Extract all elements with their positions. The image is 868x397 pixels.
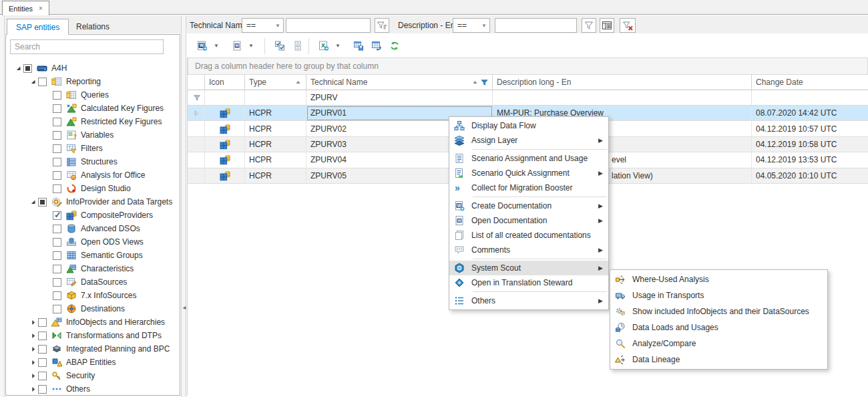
- submenu-item-show-included-infoobjects-and-their-datasources[interactable]: Show included InfoObjects and their Data…: [610, 303, 827, 319]
- dropdown-caret-button[interactable]: ▼: [212, 38, 221, 54]
- column-header-change-date[interactable]: Change Date: [752, 75, 868, 90]
- tree-checkbox[interactable]: [53, 238, 61, 247]
- tree-checkbox[interactable]: [38, 372, 47, 380]
- tree-item-abap-entities[interactable]: ABAP Entities: [6, 356, 180, 369]
- context-menu-item-list-of-all-created-documentations[interactable]: List of all created documentations: [449, 228, 608, 243]
- tree-checkbox[interactable]: [53, 225, 61, 233]
- word-open-button[interactable]: W: [228, 38, 246, 54]
- cell-change-date[interactable]: 04.12.2019 13:53 UTC: [752, 152, 868, 168]
- context-menu-item-display-data-flow[interactable]: Display Data Flow: [449, 118, 608, 133]
- tree-checkbox[interactable]: [53, 104, 61, 113]
- tree-checkbox[interactable]: [38, 332, 47, 340]
- row-indicator[interactable]: [188, 137, 205, 152]
- context-menu-item-collect-for-migration-booster[interactable]: »Collect for Migration Booster: [449, 180, 608, 195]
- row-indicator[interactable]: [188, 106, 205, 121]
- tree-checkbox[interactable]: [38, 345, 47, 354]
- collapse-arrow-icon[interactable]: [29, 331, 38, 340]
- expand-arrow-icon[interactable]: [29, 77, 38, 86]
- filter-cell-change-date[interactable]: [752, 90, 868, 105]
- description-operator-select[interactable]: == ▼: [453, 18, 490, 33]
- context-menu-item-assign-layer[interactable]: Assign Layer▶: [449, 133, 608, 148]
- tree-item-integrated-planning-and-bpc[interactable]: Integrated Planning and BPC: [6, 342, 180, 356]
- tree-item-analysis-for-office[interactable]: Analysis for Office: [6, 168, 180, 182]
- tree-checkbox[interactable]: [53, 184, 61, 193]
- search-input[interactable]: [10, 39, 164, 54]
- collapse-arrow-icon[interactable]: [29, 344, 38, 354]
- tab-relations[interactable]: Relations: [67, 19, 118, 35]
- tree-checkbox[interactable]: [53, 144, 61, 153]
- cell-type[interactable]: HCPR: [245, 168, 306, 184]
- tree-item-advanced-dsos[interactable]: Advanced DSOs: [6, 222, 180, 235]
- deselect-button[interactable]: [289, 38, 306, 54]
- grid-save-button[interactable]: [350, 38, 367, 54]
- filter-cell-technical-name[interactable]: ZPURV: [306, 90, 493, 105]
- dropdown-caret-button[interactable]: ▼: [333, 38, 343, 54]
- refresh-button[interactable]: [386, 38, 403, 54]
- tree-checkbox[interactable]: [53, 118, 61, 126]
- group-by-panel[interactable]: Drag a column header here to group by th…: [188, 57, 868, 75]
- tree-checkbox[interactable]: [23, 64, 32, 73]
- submenu-item-usage-in-transports[interactable]: Usage in Transports: [610, 287, 827, 303]
- grid-restore-button[interactable]: [368, 38, 385, 54]
- context-menu-item-open-in-translation-steward[interactable]: Open in Translation Steward: [449, 275, 608, 290]
- cell-change-date[interactable]: 04.12.2019 10:58 UTC: [752, 137, 868, 152]
- filter-cell-icon[interactable]: [205, 90, 245, 105]
- entities-tab[interactable]: Entities ×: [2, 1, 49, 15]
- technical-name-operator-select[interactable]: == ▼: [242, 18, 284, 33]
- cell-change-date[interactable]: 04.05.2020 10:10 UTC: [752, 168, 868, 184]
- context-menu-item-scenario-quick-assignment[interactable]: Scenario Quick Assignment▶: [449, 166, 608, 180]
- tree-item-others[interactable]: Others: [6, 382, 180, 395]
- row-indicator[interactable]: [188, 168, 205, 184]
- collapse-arrow-icon[interactable]: [29, 317, 38, 327]
- submenu-item-data-lineage[interactable]: Data Lineage: [610, 352, 827, 368]
- tree-checkbox[interactable]: [53, 278, 61, 287]
- tree-item-structures[interactable]: Structures: [6, 155, 180, 168]
- technical-name-filter-input[interactable]: [286, 18, 371, 33]
- expand-arrow-icon[interactable]: [14, 63, 23, 73]
- tree-item-7-x-infosources[interactable]: 7.x InfoSources: [6, 289, 180, 302]
- submenu-item-analyze-compare[interactable]: Analyze/Compare: [610, 336, 827, 352]
- context-menu-item-open-documentation[interactable]: WOpen Documentation▶: [449, 213, 608, 228]
- tree-item-characteristics[interactable]: Characteristics: [6, 262, 180, 275]
- tree-checkbox[interactable]: [53, 305, 61, 313]
- row-indicator[interactable]: [188, 152, 205, 168]
- filter-active-icon[interactable]: [481, 79, 488, 86]
- tree-item-semantic-groups[interactable]: Semantic Groups: [6, 249, 180, 262]
- tree-checkbox[interactable]: [53, 131, 61, 140]
- tree-item-destinations[interactable]: Destinations: [6, 302, 180, 315]
- select-all-button[interactable]: [271, 38, 288, 54]
- expand-arrow-icon[interactable]: [29, 197, 38, 207]
- tree-item-infoprovider-and-data-targets[interactable]: InfoProvider and Data Targets: [6, 195, 180, 209]
- tree-item-open-ods-views[interactable]: Open ODS Views: [6, 235, 180, 249]
- filter-cell-description[interactable]: [493, 90, 752, 105]
- tree-checkbox[interactable]: [53, 158, 61, 166]
- clear-filter-button[interactable]: [620, 18, 636, 33]
- submenu-item-where-used-analysis[interactable]: Where-Used Analysis: [610, 271, 827, 287]
- column-header-description[interactable]: Description long - En: [493, 75, 752, 90]
- submenu-item-data-loads-and-usages[interactable]: Data Loads and Usages: [610, 319, 827, 336]
- close-icon[interactable]: ×: [39, 5, 43, 12]
- context-menu-item-system-scout[interactable]: System Scout▶: [449, 261, 608, 275]
- tab-sap-entities[interactable]: SAP entities: [7, 19, 69, 35]
- tree-checkbox[interactable]: [53, 291, 61, 300]
- tree-item-reporting[interactable]: Reporting: [6, 75, 180, 88]
- tree-checkbox[interactable]: [38, 358, 47, 367]
- tree-item-transformations-and-dtps[interactable]: Transformations and DTPs: [6, 329, 180, 342]
- collapse-arrow-icon[interactable]: ◄: [182, 303, 186, 313]
- dropdown-caret-button[interactable]: ▼: [246, 38, 256, 54]
- context-menu-item-create-documentation[interactable]: WCreate Documentation▶: [449, 198, 608, 213]
- tree-checkbox[interactable]: [38, 78, 47, 86]
- context-menu-item-others[interactable]: Others▶: [449, 293, 608, 308]
- tree-checkbox[interactable]: [53, 251, 61, 260]
- excel-export-button[interactable]: X: [315, 38, 333, 54]
- collapse-arrow-icon[interactable]: [29, 384, 38, 394]
- tree-item-datasources[interactable]: DataSources: [6, 275, 180, 289]
- tree-checkbox[interactable]: [53, 265, 61, 273]
- tree-item-variables[interactable]: ?Variables: [6, 128, 180, 142]
- tree-item-filters[interactable]: Filters: [6, 142, 180, 155]
- tree-item-calculated-key-figures[interactable]: Calculated Key Figures: [6, 102, 180, 115]
- open-in-new-grid-button[interactable]: [600, 18, 614, 33]
- tree-item-compositeproviders[interactable]: CompositeProviders: [6, 209, 180, 222]
- tree-checkbox[interactable]: [38, 318, 47, 327]
- tree-item-design-studio[interactable]: Design Studio: [6, 182, 180, 195]
